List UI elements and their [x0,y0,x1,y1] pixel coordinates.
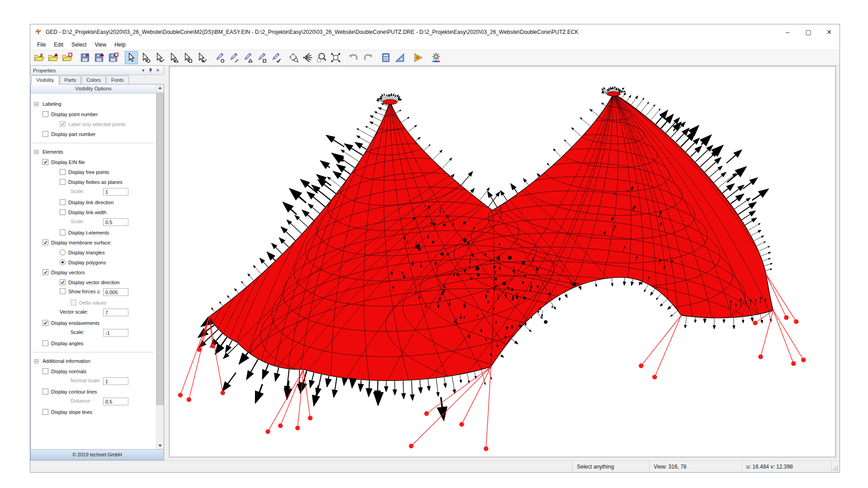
select-tool-button[interactable] [125,51,138,64]
open-ein-file-button[interactable]: # [33,51,46,64]
select-links-button[interactable] [153,51,166,64]
option-label: Display triangles [68,250,105,255]
display-enslavements-checkbox[interactable] [42,320,48,326]
display-t-elements-checkbox[interactable] [60,230,66,235]
draw-t-element-button[interactable] [269,51,282,64]
display-triangles-radio[interactable] [60,249,66,255]
viewport-canvas[interactable] [169,66,836,457]
display-free-points-checkbox[interactable] [60,169,66,175]
display-ein-file-checkbox[interactable] [42,159,48,165]
show-forces-checkbox[interactable] [60,288,66,294]
select-polygons-button[interactable] [181,51,194,64]
open-eck-file-button[interactable] [61,51,74,64]
visibility-options-rows: LabelingDisplay point numberLabel only s… [31,94,156,449]
display-link-direction-checkbox[interactable] [60,199,66,205]
redo-button[interactable] [361,51,374,64]
cursor-icon [154,52,165,63]
display-slope-lines-checkbox[interactable] [42,409,48,415]
center-view-button[interactable] [301,51,314,64]
cursor-icon [168,52,179,63]
scale-input[interactable] [103,188,128,196]
save-dre-file-button[interactable] [93,51,106,64]
scale-input[interactable] [103,329,128,337]
show-forces-input[interactable] [103,288,128,296]
display-normals-checkbox[interactable] [42,368,48,374]
row-display-vectors: Display vectors [31,269,156,277]
settings-button[interactable] [429,51,443,64]
extents-icon [330,52,341,63]
menu-edit[interactable]: Edit [50,40,67,49]
display-part-number-checkbox[interactable] [42,131,48,137]
panel-body: Visibility Options LabelingDisplay point… [30,84,164,460]
close-button[interactable]: ✕ [819,24,840,39]
minimize-button[interactable]: – [777,24,798,39]
display-vectors-checkbox[interactable] [42,269,48,275]
undo-button[interactable] [347,51,360,64]
label-only-selected-points-checkbox[interactable] [60,121,66,127]
zoom-window-button[interactable] [315,51,328,64]
tab-visibility[interactable]: Visibility [31,75,59,84]
scrollbar-thumb[interactable] [156,93,164,405]
distance-input[interactable] [103,398,128,405]
display-contour-lines-checkbox[interactable] [42,389,48,394]
scroll-down-icon[interactable] [156,442,164,449]
display-angles-checkbox[interactable] [42,340,48,346]
scroll-up-icon[interactable] [156,84,164,92]
tab-fonts[interactable]: Fonts [106,75,129,84]
option-label: Distance: [71,398,91,404]
save-ein-file-button[interactable]: # [79,51,92,64]
row-display-enslavements: Display enslavements [31,320,156,328]
resize-grip[interactable] [831,461,840,472]
collapse-icon[interactable] [34,359,38,363]
select-triangles-button[interactable] [167,51,180,64]
display-point-number-checkbox[interactable] [42,111,48,117]
save-eck-file-button[interactable] [107,51,120,64]
draw-polygon-button[interactable] [255,51,268,64]
panel-footer-copyright: © 2019 technet GmbH [31,449,164,460]
open-dre-file-button[interactable] [47,51,60,64]
display-fixities-as-planes-checkbox[interactable] [60,179,66,185]
display-membrane-surface-checkbox[interactable] [42,239,48,245]
normal-scale-input[interactable] [103,377,128,385]
scale-input[interactable] [103,218,128,226]
section-label: Elements [42,149,63,155]
display-polygons-radio[interactable] [60,259,66,265]
draw-link-button[interactable] [227,51,240,64]
select-points-button[interactable] [139,51,152,64]
panel-dropdown-icon[interactable]: ▾ [140,67,147,74]
floppy-icon [94,52,104,63]
collapse-icon[interactable] [34,102,38,106]
menu-view[interactable]: View [90,40,110,49]
floppy-icon: # [80,52,90,63]
draw-point-button[interactable] [213,51,226,64]
orbit-view-button[interactable] [287,51,300,64]
vector-scale-input[interactable] [103,309,128,316]
delta-values-checkbox[interactable] [71,300,76,305]
toolbar-separator [344,52,345,63]
panel-scrollbar[interactable] [156,84,164,449]
status-uv-coords: u: 16.484 v: 12.398 [742,461,831,472]
calculator-button[interactable] [379,51,392,64]
gear-icon [431,52,441,63]
maximize-button[interactable]: ▢ [798,24,819,39]
select-t-elements-button[interactable] [195,51,208,64]
easy-compute-button[interactable] [411,51,425,64]
panel-pin-icon[interactable] [147,67,154,74]
row-display-link-width: Display link width [31,209,156,217]
tab-parts[interactable]: Parts [60,75,81,84]
draw-triangle-button[interactable] [241,51,254,64]
collapse-icon[interactable] [34,150,38,154]
tab-colors[interactable]: Colors [81,75,106,84]
toolbar-separator [284,52,285,63]
display-vector-direction-checkbox[interactable] [60,279,66,285]
measure-button[interactable] [393,51,406,64]
menu-file[interactable]: File [33,40,50,49]
display-link-width-checkbox[interactable] [60,209,66,215]
row-display-ein-file: Display EIN file [31,159,156,167]
panel-close-icon[interactable]: ✕ [154,67,161,74]
option-label: Display free points [68,169,109,175]
zoom-extents-button[interactable] [329,51,342,64]
pencil-icon [214,52,225,63]
menu-help[interactable]: Help [110,40,130,49]
menu-select[interactable]: Select [67,40,90,49]
